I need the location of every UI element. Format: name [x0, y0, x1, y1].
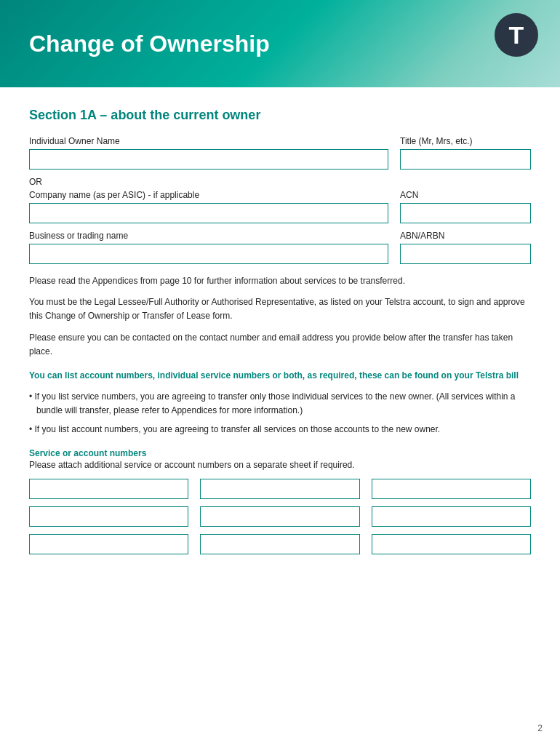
owner-name-row: Individual Owner Name Title (Mr, Mrs, et… [29, 136, 531, 170]
page-content: Section 1A – about the current owner Ind… [0, 87, 560, 583]
service-input-3[interactable] [372, 479, 531, 499]
title-input[interactable] [400, 149, 531, 170]
info-para-2: You must be the Legal Lessee/Full Author… [29, 295, 531, 323]
trading-name-group: Business or trading name [29, 231, 388, 264]
service-input-7[interactable] [29, 534, 188, 554]
or-text: OR [29, 177, 531, 187]
title-label: Title (Mr, Mrs, etc.) [400, 136, 531, 146]
trading-name-input[interactable] [29, 244, 388, 264]
acn-input[interactable] [400, 203, 531, 223]
info-para-3: Please ensure you can be contacted on th… [29, 331, 531, 359]
service-numbers-grid [29, 479, 531, 554]
individual-owner-group: Individual Owner Name [29, 136, 388, 170]
page-header: Change of Ownership T [0, 0, 560, 87]
service-input-6[interactable] [372, 506, 531, 527]
company-name-group: Company name (as per ASIC) - if applicab… [29, 190, 388, 223]
abn-label: ABN/ARBN [400, 231, 531, 241]
service-input-2[interactable] [200, 479, 359, 499]
service-section-title: Service or account numbers [29, 448, 531, 458]
trading-name-label: Business or trading name [29, 231, 388, 241]
page: Change of Ownership T Section 1A – about… [0, 0, 560, 745]
bullet-2: • If you list account numbers, you are a… [29, 423, 531, 437]
highlight-block: You can list account numbers, individual… [29, 369, 531, 383]
individual-owner-input[interactable] [29, 149, 388, 170]
company-name-input[interactable] [29, 203, 388, 223]
service-section: Service or account numbers Please attach… [29, 448, 531, 554]
service-input-8[interactable] [200, 534, 359, 554]
acn-group: ACN [400, 190, 531, 223]
telstra-logo: T [495, 13, 538, 57]
svg-text:T: T [509, 21, 524, 49]
service-input-4[interactable] [29, 506, 188, 527]
page-title: Change of Ownership [29, 31, 270, 57]
abn-input[interactable] [400, 244, 531, 264]
company-name-label: Company name (as per ASIC) - if applicab… [29, 190, 388, 200]
service-input-1[interactable] [29, 479, 188, 499]
bullets-block: • If you list service numbers, you are a… [29, 390, 531, 437]
service-input-9[interactable] [372, 534, 531, 554]
section-1a-title: Section 1A – about the current owner [29, 108, 531, 123]
page-number: 2 [537, 723, 543, 733]
info-para-1: Please read the Appendices from page 10 … [29, 274, 531, 288]
title-group: Title (Mr, Mrs, etc.) [400, 136, 531, 170]
highlight-text: You can list account numbers, individual… [29, 369, 531, 383]
info-paragraphs: Please read the Appendices from page 10 … [29, 274, 531, 359]
individual-owner-label: Individual Owner Name [29, 136, 388, 146]
trading-name-row: Business or trading name ABN/ARBN [29, 231, 531, 264]
abn-group: ABN/ARBN [400, 231, 531, 264]
company-name-row: Company name (as per ASIC) - if applicab… [29, 190, 531, 223]
service-input-5[interactable] [200, 506, 359, 527]
service-section-subtitle: Please attach additional service or acco… [29, 460, 531, 470]
bullet-1: • If you list service numbers, you are a… [29, 390, 531, 418]
acn-label: ACN [400, 190, 531, 200]
